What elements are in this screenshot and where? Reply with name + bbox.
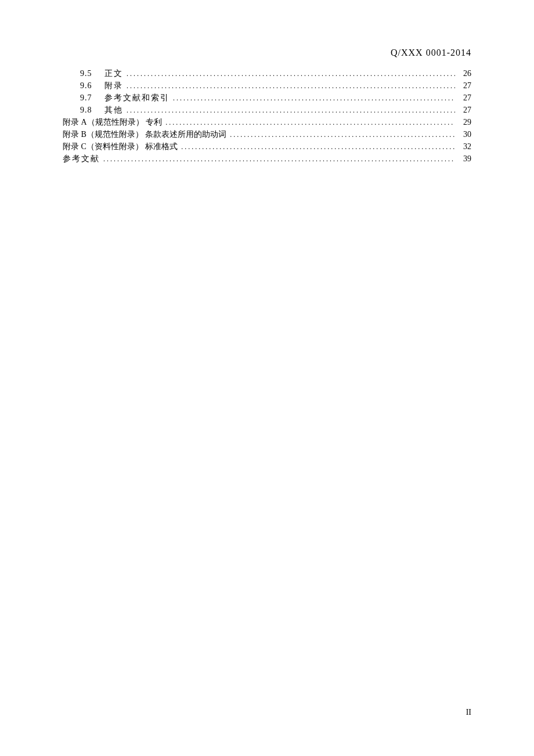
toc-page-number: 27 bbox=[459, 104, 471, 116]
toc-leader-dots: ........................................… bbox=[127, 80, 455, 92]
toc-entry: 9.5正文 ..................................… bbox=[63, 67, 471, 79]
toc-page-number: 39 bbox=[459, 153, 471, 165]
toc-entry: 9.8其他 ..................................… bbox=[63, 104, 471, 116]
toc-entry: 附录 A（规范性附录） 专利 .........................… bbox=[63, 116, 471, 128]
page-header: Q/XXX 0001-2014 bbox=[391, 48, 471, 58]
toc-title: 参考文献 bbox=[63, 153, 100, 165]
toc-entry: 9.6附录 ..................................… bbox=[63, 79, 471, 92]
toc-title: 其他 bbox=[104, 104, 123, 116]
toc-leader-dots: ........................................… bbox=[230, 129, 455, 141]
toc-number: 9.6 bbox=[80, 79, 104, 92]
toc-title: 附录 bbox=[104, 79, 123, 92]
toc-page-number: 27 bbox=[459, 79, 471, 92]
table-of-contents: 9.5正文 ..................................… bbox=[63, 67, 471, 165]
toc-leader-dots: ........................................… bbox=[103, 153, 455, 165]
toc-page-number: 30 bbox=[459, 128, 471, 140]
toc-leader-dots: ........................................… bbox=[165, 117, 455, 129]
toc-number: 9.7 bbox=[80, 92, 104, 104]
toc-title: 附录 C（资料性附录） 标准格式 bbox=[63, 140, 178, 153]
doc-code: Q/XXX 0001-2014 bbox=[391, 48, 471, 57]
toc-number: 9.5 bbox=[80, 67, 104, 79]
toc-title: 参考文献和索引 bbox=[104, 92, 169, 104]
toc-leader-dots: ........................................… bbox=[173, 92, 455, 104]
toc-leader-dots: ........................................… bbox=[181, 141, 455, 153]
toc-page-number: 27 bbox=[459, 92, 471, 104]
toc-page-number: 26 bbox=[459, 67, 471, 79]
toc-leader-dots: ........................................… bbox=[127, 68, 455, 80]
toc-entry: 附录 B（规范性附录） 条款表述所用的助动词 .................… bbox=[63, 128, 471, 140]
toc-entry: 9.7参考文献和索引 .............................… bbox=[63, 92, 471, 104]
page-footer: II bbox=[466, 708, 471, 717]
toc-entry: 附录 C（资料性附录） 标准格式 .......................… bbox=[63, 140, 471, 153]
toc-number: 9.8 bbox=[80, 104, 104, 116]
toc-entry: 参考文献 ...................................… bbox=[63, 153, 471, 165]
toc-title: 附录 B（规范性附录） 条款表述所用的助动词 bbox=[63, 128, 226, 140]
page-number: II bbox=[466, 708, 471, 717]
toc-page-number: 29 bbox=[459, 116, 471, 128]
toc-title: 正文 bbox=[104, 67, 123, 79]
toc-title: 附录 A（规范性附录） 专利 bbox=[63, 116, 162, 128]
toc-leader-dots: ........................................… bbox=[127, 104, 455, 117]
toc-page-number: 32 bbox=[459, 140, 471, 153]
